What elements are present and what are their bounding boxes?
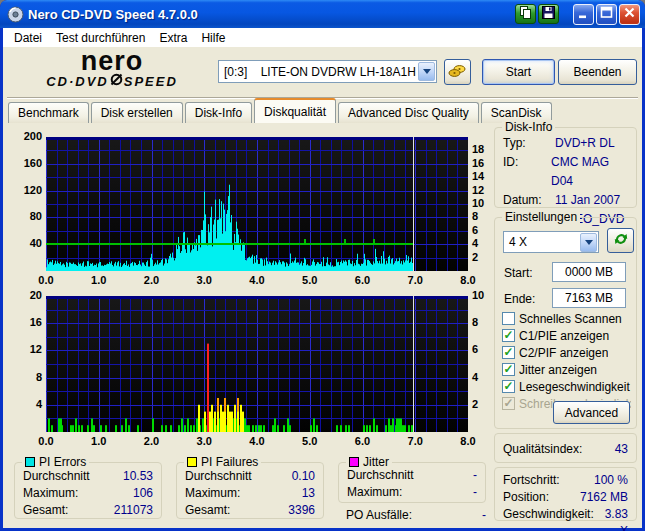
checkbox-label: C1/PIE anzeigen — [519, 329, 609, 343]
checkbox-checked: ✓ — [502, 397, 515, 410]
close-button[interactable] — [619, 4, 640, 25]
axis-tick-label: 8.0 — [453, 274, 483, 286]
app-window: Nero CD-DVD Speed 4.7.0.0 Datei Test dur… — [0, 0, 645, 531]
settings-checkbox-row: ✓C1/PIE anzeigen — [502, 327, 634, 344]
logo-speed-text: SPEED — [124, 74, 178, 89]
axis-tick-label: 1.0 — [84, 435, 114, 447]
stat-row: Maximum:106 — [15, 485, 161, 502]
axis-tick-label: 5.0 — [295, 435, 325, 447]
tab-benchmark[interactable]: Benchmark — [8, 102, 89, 123]
drive-select-value: [0:3] LITE-ON DVDRW LH-18A1H HL03 — [219, 65, 418, 79]
axis-tick-label: 8 — [10, 371, 42, 383]
settings-checkbox-row: Schnelles Scannen — [502, 310, 634, 327]
jitter-stats-box: Jitter Durchschnitt- Maximum:- — [338, 462, 486, 503]
menu-bar: Datei Test durchführen Extra Hilfe — [3, 28, 642, 47]
window-body: Datei Test durchführen Extra Hilfe nero … — [3, 28, 642, 528]
jitter-stats-title: Jitter — [346, 455, 392, 469]
progress-row: Geschwindigkeit:3.83 X — [495, 506, 636, 531]
window-title: Nero CD-DVD Speed 4.7.0.0 — [28, 7, 515, 22]
start-position-field[interactable]: 0000 MB — [552, 262, 626, 282]
quality-index-value: 43 — [615, 441, 628, 458]
menu-datei[interactable]: Datei — [8, 30, 48, 46]
drive-select-dropdown-button[interactable] — [418, 62, 435, 81]
pi-failures-stats-title: PI Failures — [184, 455, 261, 469]
nero-logo: nero CD·DVD SPEED — [17, 49, 207, 89]
drive-select[interactable]: [0:3] LITE-ON DVDRW LH-18A1H HL03 — [218, 60, 437, 83]
copy-button[interactable] — [515, 4, 536, 24]
chevron-down-icon — [423, 69, 431, 78]
refresh-button[interactable] — [607, 228, 634, 253]
axis-tick-label: 4.0 — [242, 274, 272, 286]
checkbox-label: C2/PIF anzeigen — [519, 346, 608, 360]
axis-tick-label: 160 — [10, 157, 42, 169]
axis-tick-label: 8 — [472, 316, 492, 328]
minimize-button[interactable] — [573, 4, 594, 25]
maximize-icon — [599, 5, 614, 23]
settings-box: Einstellungen 4 X Start: 0000 MB Ende: 7… — [494, 217, 637, 429]
tab-disk-erstellen[interactable]: Disk erstellen — [91, 102, 183, 123]
end-position-label: Ende: — [504, 292, 535, 306]
chevron-down-icon — [585, 240, 593, 249]
tab-advanced-disc-quality[interactable]: Advanced Disc Quality — [338, 102, 479, 123]
close-icon — [622, 5, 637, 23]
axis-tick-label: 12 — [472, 184, 492, 196]
menu-test-durchfuehren[interactable]: Test durchführen — [50, 30, 151, 46]
axis-tick-label: 7.0 — [400, 274, 430, 286]
axis-tick-label: 3.0 — [189, 435, 219, 447]
progress-box: Fortschritt:100 % Position:7162 MB Gesch… — [494, 467, 637, 521]
axis-tick-label: 40 — [10, 237, 42, 249]
quit-button[interactable]: Beenden — [558, 59, 637, 85]
quality-index-row: Qualitätsindex: 43 — [495, 434, 636, 458]
disc-icon — [110, 73, 123, 89]
axis-tick-label: 2.0 — [137, 435, 167, 447]
checkbox-unchecked[interactable] — [502, 312, 515, 325]
disk-info-row: Datum:11 Jan 2007 — [495, 191, 636, 210]
settings-checkbox-row: ✓Jitter anzeigen — [502, 361, 634, 378]
checkbox-checked[interactable]: ✓ — [502, 363, 515, 376]
axis-tick-label: 10 — [472, 197, 492, 209]
axis-tick-label: 0.0 — [31, 435, 61, 447]
maximize-button[interactable] — [596, 4, 617, 25]
axis-tick-label: 18 — [472, 143, 492, 155]
pi-errors-chart — [46, 137, 468, 271]
tab-disk-info[interactable]: Disk-Info — [185, 102, 252, 123]
stat-row: Maximum:- — [339, 484, 485, 501]
disk-info-box: Disk-Info Typ:DVD+R DL ID:CMC MAG D04 Da… — [494, 127, 637, 208]
checkbox-checked[interactable]: ✓ — [502, 380, 515, 393]
eject-disc-button[interactable] — [444, 59, 471, 85]
axis-tick-label: 6 — [472, 343, 492, 355]
checkbox-checked[interactable]: ✓ — [502, 329, 515, 342]
axis-tick-label: 8 — [472, 210, 492, 222]
copy-icon — [518, 5, 533, 23]
menu-extra[interactable]: Extra — [153, 30, 193, 46]
stat-row: Gesamt:3396 — [177, 502, 323, 519]
menu-hilfe[interactable]: Hilfe — [195, 30, 231, 46]
tab-diskqualitaet[interactable]: Diskqualität — [254, 98, 336, 123]
nero-logo-wordmark: nero — [17, 49, 207, 73]
pi-failures-color-swatch — [187, 457, 197, 467]
titlebar-buttons — [515, 4, 640, 25]
advanced-button[interactable]: Advanced — [553, 401, 630, 424]
checkbox-checked[interactable]: ✓ — [502, 346, 515, 359]
axis-tick-label: 4 — [10, 398, 42, 410]
start-button[interactable]: Start — [482, 59, 555, 85]
axis-tick-label: 120 — [10, 184, 42, 196]
speed-select-dropdown-button[interactable] — [580, 233, 597, 252]
axis-tick-label: 4 — [472, 371, 492, 383]
speed-select[interactable]: 4 X — [503, 231, 599, 253]
axis-tick-label: 3.0 — [189, 274, 219, 286]
axis-tick-label: 16 — [472, 157, 492, 169]
checkbox-label: Schnelles Scannen — [519, 312, 622, 326]
app-icon — [7, 6, 24, 23]
logo-cddvd-text: CD·DVD — [46, 74, 109, 89]
axis-tick-label: 4.0 — [242, 435, 272, 447]
pi-errors-chart-canvas — [46, 137, 468, 271]
save-button[interactable] — [538, 4, 559, 24]
axis-tick-label: 1.0 — [84, 274, 114, 286]
settings-checkbox-row: ✓C2/PIF anzeigen — [502, 344, 634, 361]
end-position-field[interactable]: 7163 MB — [552, 288, 626, 308]
title-bar[interactable]: Nero CD-DVD Speed 4.7.0.0 — [0, 0, 645, 28]
axis-tick-label: 2 — [472, 398, 492, 410]
stat-row: Gesamt:211073 — [15, 502, 161, 519]
stat-row: Maximum:13 — [177, 485, 323, 502]
